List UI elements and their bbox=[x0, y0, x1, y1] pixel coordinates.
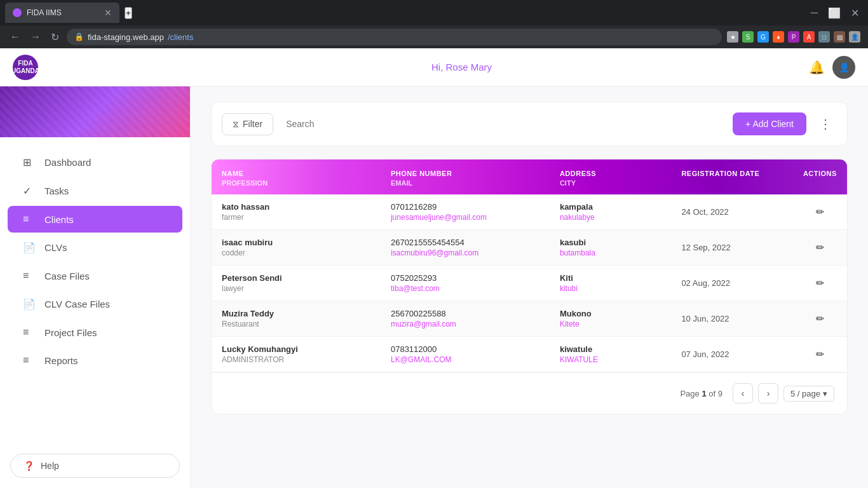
ext-icon-5[interactable]: P bbox=[788, 31, 799, 43]
dashboard-icon: ⊞ bbox=[23, 156, 36, 168]
search-input[interactable] bbox=[281, 116, 725, 132]
tasks-icon: ✓ bbox=[23, 185, 36, 197]
cell-action-5: ✏ bbox=[793, 341, 847, 368]
cell-date-1: 24 Oct, 2022 bbox=[671, 200, 793, 224]
greeting-prefix: Hi, bbox=[431, 62, 446, 72]
sidebar-item-case-files[interactable]: ≡ Case Files bbox=[8, 262, 182, 289]
prev-page-button[interactable]: ‹ bbox=[733, 383, 753, 403]
help-button[interactable]: ❓ Help bbox=[10, 454, 180, 478]
toolbar: ⧖ Filter + Add Client ⋮ bbox=[211, 102, 848, 146]
header-logo: FIDAUGANDA bbox=[13, 55, 114, 80]
page-label: Page bbox=[680, 389, 699, 398]
notification-button[interactable]: 🔔 bbox=[809, 60, 825, 75]
browser-toolbar: ← → ↻ 🔒 fida-staging.web.app /clients ★ … bbox=[0, 25, 868, 48]
filter-icon: ⧖ bbox=[233, 119, 239, 130]
per-page-label: 5 / page bbox=[790, 389, 820, 398]
edit-button-1[interactable]: ✏ bbox=[816, 206, 824, 218]
edit-button-5[interactable]: ✏ bbox=[816, 348, 824, 360]
app-container: ⊞ Dashboard ✓ Tasks ≡ Clients 📄 CLVs ≡ C… bbox=[0, 48, 868, 488]
next-page-button[interactable]: › bbox=[758, 383, 778, 403]
cell-name-5: Lucky Komuhangyi ADMINISTRATOR bbox=[212, 337, 381, 372]
tab-title: FIDA IIMS bbox=[27, 8, 62, 17]
filter-label: Filter bbox=[243, 119, 262, 129]
pagination: Page 1 of 9 ‹ › 5 / page ▾ bbox=[212, 372, 847, 414]
per-page-select[interactable]: 5 / page ▾ bbox=[783, 386, 834, 402]
sidebar-item-reports[interactable]: ≡ Reports bbox=[8, 347, 182, 374]
sidebar-item-label: Clients bbox=[44, 214, 74, 225]
clv-case-files-icon: 📄 bbox=[23, 298, 36, 310]
cell-action-2: ✏ bbox=[793, 234, 847, 261]
content-area: Clients ⧖ Filter + Add Client ⋮ NAME PRO… bbox=[191, 48, 868, 488]
ext-icon-4[interactable]: ♦ bbox=[773, 31, 784, 43]
sidebar-item-tasks[interactable]: ✓ Tasks bbox=[8, 177, 182, 205]
clvs-icon: 📄 bbox=[23, 241, 36, 254]
of-label: of bbox=[709, 389, 715, 398]
cell-name-1: kato hassan farmer bbox=[212, 194, 381, 229]
lock-icon: 🔒 bbox=[74, 32, 84, 41]
tab-close-button[interactable]: ✕ bbox=[104, 8, 112, 18]
cell-action-4: ✏ bbox=[793, 305, 847, 332]
back-button[interactable]: ← bbox=[8, 29, 23, 45]
browser-tab[interactable]: FIDA IIMS ✕ bbox=[5, 3, 119, 23]
sidebar-footer: ❓ Help bbox=[0, 444, 190, 488]
table-row: Peterson Sendi lawyer 0752025293 tiba@te… bbox=[212, 266, 847, 301]
sidebar-item-label: CLV Case Files bbox=[44, 299, 110, 309]
th-actions: ACTIONS bbox=[793, 159, 847, 194]
user-avatar-button[interactable]: 👤 bbox=[832, 56, 855, 79]
edit-button-4[interactable]: ✏ bbox=[816, 313, 824, 325]
ext-icon-2[interactable]: S bbox=[742, 31, 754, 43]
reports-icon: ≡ bbox=[23, 355, 36, 366]
project-files-icon: ≡ bbox=[23, 327, 36, 338]
table-row: Lucky Komuhangyi ADMINISTRATOR 078311200… bbox=[212, 337, 847, 372]
cell-phone-2: 2670215555454554 isacmubiru96@gmail.com bbox=[381, 230, 550, 265]
cell-name-4: Muzira Teddy Restuarant bbox=[212, 301, 381, 336]
edit-button-3[interactable]: ✏ bbox=[816, 277, 824, 289]
ext-icon-7[interactable]: □ bbox=[818, 31, 830, 43]
table-row: isaac mubiru codder 2670215555454554 isa… bbox=[212, 230, 847, 266]
case-files-icon: ≡ bbox=[23, 270, 36, 281]
ext-icon-6[interactable]: A bbox=[803, 31, 815, 43]
sidebar-item-clv-case-files[interactable]: 📄 CLV Case Files bbox=[8, 290, 182, 318]
th-phone: PHONE NUMBER EMAIL bbox=[381, 159, 550, 194]
ext-icon-1[interactable]: ★ bbox=[727, 31, 738, 43]
refresh-button[interactable]: ↻ bbox=[48, 29, 62, 46]
close-button[interactable]: ✕ bbox=[847, 6, 863, 20]
app-header: FIDAUGANDA Hi, Rose Mary 🔔 👤 bbox=[0, 48, 868, 86]
window-controls: ─ ⬜ ✕ bbox=[807, 6, 863, 20]
sidebar-item-label: Reports bbox=[44, 355, 78, 366]
sidebar-item-clients[interactable]: ≡ Clients bbox=[8, 206, 182, 233]
sidebar-item-label: Dashboard bbox=[44, 157, 91, 168]
table-row: Muzira Teddy Restuarant 256700225588 muz… bbox=[212, 301, 847, 337]
cell-phone-3: 0752025293 tiba@test.com bbox=[381, 266, 550, 301]
cell-address-2: kasubi butambala bbox=[550, 230, 671, 265]
th-address: ADDRESS CITY bbox=[550, 159, 671, 194]
cell-date-5: 07 Jun, 2022 bbox=[671, 342, 793, 367]
header-actions: 🔔 👤 bbox=[809, 56, 855, 79]
new-tab-button[interactable]: + bbox=[125, 7, 132, 19]
logo-text: FIDAUGANDA bbox=[11, 60, 39, 75]
ext-icon-8[interactable]: ▤ bbox=[834, 31, 845, 43]
th-name: NAME PROFESSION bbox=[212, 159, 381, 194]
forward-button[interactable]: → bbox=[28, 29, 43, 45]
maximize-button[interactable]: ⬜ bbox=[824, 6, 844, 20]
header-greeting: Hi, Rose Mary bbox=[114, 62, 809, 72]
ext-icon-9[interactable]: 👤 bbox=[849, 31, 860, 43]
sidebar-item-project-files[interactable]: ≡ Project Files bbox=[8, 319, 182, 346]
sidebar-item-dashboard[interactable]: ⊞ Dashboard bbox=[8, 149, 182, 176]
cell-name-2: isaac mubiru codder bbox=[212, 230, 381, 265]
more-options-button[interactable]: ⋮ bbox=[814, 114, 837, 134]
sidebar-item-clvs[interactable]: 📄 CLVs bbox=[8, 234, 182, 261]
cell-phone-4: 256700225588 muzira@gmail.com bbox=[381, 301, 550, 336]
greeting-name: Rose Mary bbox=[445, 62, 492, 72]
per-page-chevron-icon: ▾ bbox=[823, 389, 827, 398]
logo-icon: FIDAUGANDA bbox=[13, 55, 38, 80]
ext-icon-3[interactable]: G bbox=[757, 31, 769, 43]
cell-name-3: Peterson Sendi lawyer bbox=[212, 266, 381, 301]
edit-button-2[interactable]: ✏ bbox=[816, 241, 824, 254]
add-client-button[interactable]: + Add Client bbox=[733, 112, 806, 135]
minimize-button[interactable]: ─ bbox=[807, 6, 822, 20]
filter-button[interactable]: ⧖ Filter bbox=[222, 113, 273, 135]
address-bar[interactable]: 🔒 fida-staging.web.app /clients bbox=[67, 29, 722, 45]
cell-address-3: Kiti kitubi bbox=[550, 266, 671, 301]
url-base: fida-staging.web.app bbox=[88, 32, 164, 42]
